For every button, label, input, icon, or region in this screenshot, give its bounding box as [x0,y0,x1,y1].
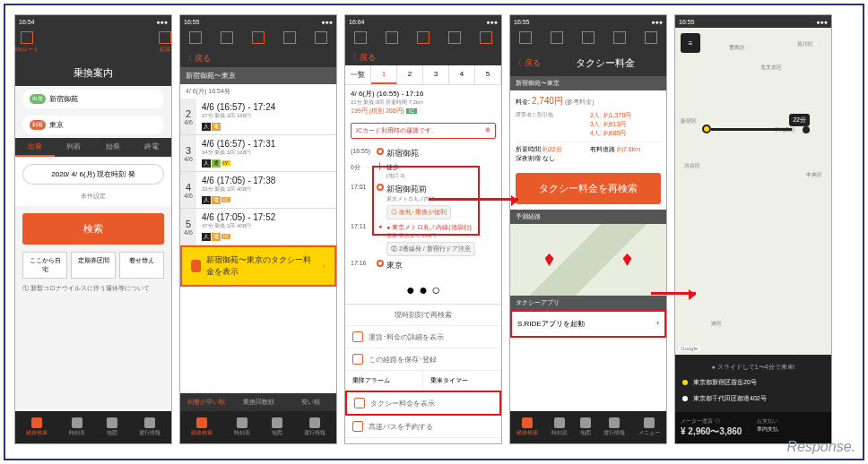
route-map[interactable] [510,224,666,296]
route-crumb: 新宿御苑〜東京 [510,76,666,90]
nav-route[interactable]: 経路検索 [26,417,48,437]
back-button[interactable]: 〈 戻る [345,52,379,64]
breadcrumb: 新宿御苑〜東京 [180,67,336,84]
sheet-alarm[interactable]: 乗降アラーム [345,371,423,391]
ic-warning[interactable]: ICカード利用時の運賃です。⊕ [351,123,496,139]
dest-pin [623,253,632,266]
result-row-2[interactable]: 24/6 4/6 (16:57) - 17:2427分 乗換:1回 168円人電 [180,99,336,135]
eta-badge: 22分 [789,114,810,126]
screen-taxi-fare: 16:55●●● 〈 戻るタクシー料金 新宿御苑〜東京 料金: 2,740円 (… [509,14,667,444]
icon4[interactable] [315,31,327,44]
fare-block[interactable]: メーター運賃 ⓘ ¥ 2,960〜3,860 [681,417,750,438]
icon3[interactable] [283,31,296,44]
header: 乗換案内 [15,59,171,86]
theme-button[interactable]: 着せ替え [119,252,164,279]
nav-status[interactable]: 運行情報 [139,417,161,437]
myroute-icon[interactable] [21,31,33,44]
search-button[interactable]: 検索 [22,213,164,245]
watermark: Response. [787,439,856,455]
screen-search: 16:54●●● Myルート 拡張 乗換案内 出発新宿御苑 到着東京 出発 到着… [14,14,172,444]
to-input[interactable]: 到着東京 [22,116,164,134]
result-row-4[interactable]: 44/6 4/6 (17:05) - 17:3833分 乗換:1回 408円人電… [180,172,336,209]
flow-arrow-1 [429,198,518,201]
tab-last[interactable]: 終電 [133,138,172,157]
tab-arrive[interactable]: 到着 [55,138,94,157]
camera-icon[interactable] [417,31,430,44]
covid-notice[interactable]: ① 新型コロナウイルスに伴う運休等について [22,284,164,293]
taxi-icon [191,260,201,272]
page-title: 乗換案内 [15,66,171,80]
tab-first[interactable]: 始発 [93,138,133,157]
recalc-button[interactable]: タクシー料金を再検索 [516,173,661,204]
screen-detail: 16:64●●● 〈 戻る 一覧 1 2 3 4 5 4/ 6(月) (16:5… [344,14,502,444]
time-tabs: 出発 到着 始発 終電 [15,138,171,157]
origin-marker [702,125,711,133]
sheet-timer[interactable]: 乗車タイマー [423,371,501,391]
date-select[interactable]: 2020/ 4/ 6(月) 現在時刻 発 [22,164,164,185]
origin-pin [545,253,554,266]
page-dots: ● ● ○ [345,277,501,304]
icon1[interactable] [189,31,202,44]
pickup-row[interactable]: 東京都新宿区霞岳20号 [681,374,826,391]
action-sheet: 現時刻刻で再検索 運賃･料金の詳細を表示 この経路を保存･登録 乗降アラーム 乗… [345,304,501,438]
ride-sheet: ● スライドして1〜4分で来車! 東京都新宿区霞岳20号 東京都千代田区都道40… [675,355,831,412]
highlight-box [372,166,480,236]
taxi-fare-banner[interactable]: 新宿御苑〜東京のタクシー料金を表示 › [180,245,336,287]
pay-block[interactable]: お支払い 車内支払 [757,417,826,438]
tab-depart[interactable]: 出発 [15,138,55,157]
from-input[interactable]: 出発新宿御苑 [22,90,164,108]
sort-tabs: 到着が早い順 乗換回数順 安い順 [180,393,336,411]
sort-fastest[interactable]: 到着が早い順 [180,393,232,411]
home-button[interactable]: ここから自宅 [22,252,67,279]
slide-hint[interactable]: ● スライドして1〜4分で来車! [681,360,826,374]
top-icon-row: Myルート 拡張 [15,28,171,59]
page-title: タクシー料金 [544,56,666,70]
sort-cheapest[interactable]: 安い順 [284,393,336,411]
result-row-3[interactable]: 34/6 4/6 (16:57) - 17:3134分 乗換:1回 168円人通… [180,135,336,172]
conditions-link[interactable]: 条件設定 [15,192,171,201]
route-tabs: 一覧 1 2 3 4 5 [345,65,501,85]
status-bar: 16:54●●● [15,15,171,28]
ride-map[interactable]: ≡ 豊島区 荒川区 北文京区 新宿区 千代田区 渋谷区 中央区 港区 Googl… [675,28,831,355]
ext-icon[interactable] [159,31,171,44]
result-row-5[interactable]: 54/6 4/6 (17:05) - 17:5247分 乗換:1回 408円人電… [180,209,336,245]
app-flow-frame: 16:54●●● Myルート 拡張 乗換案内 出発新宿御苑 到着東京 出発 到着… [4,4,864,460]
sheet-fare-detail[interactable]: 運賃･料金の詳細を表示 [345,326,501,348]
back-button[interactable]: 〈 戻る [510,57,544,69]
sort-transfers[interactable]: 乗換回数順 [232,393,284,411]
nav-map[interactable]: 地図 [107,417,117,437]
screen-results: 16:55●●● 〈 戻る 新宿御苑〜東京 4/ 6(月) 16:54発 24/… [179,14,337,444]
sheet-research[interactable]: 現時刻刻で再検索 [345,305,501,326]
camera-icon[interactable] [252,31,265,44]
menu-button[interactable]: ≡ [681,33,700,53]
sride-launch[interactable]: S.RIDEアプリを起動› [510,310,666,338]
flow-arrow-2 [651,292,696,295]
sheet-bus[interactable]: 高速バスを予約する [345,416,501,438]
dest-marker [803,126,810,133]
bottom-nav: 経路検索 時刻表 地図 運行情報 [15,411,171,443]
pass-button[interactable]: 定期券区間 [71,252,116,279]
sheet-taxi[interactable]: タクシー料金を表示 [345,391,501,416]
dropoff-row[interactable]: 東京都千代田区都道402号 [681,391,826,407]
back-button[interactable]: 〈 戻る [180,53,214,64]
screen-sride: 16:55●●● ≡ 豊島区 荒川区 北文京区 新宿区 千代田区 渋谷区 中央区… [674,14,832,444]
icon2[interactable] [221,31,233,44]
sheet-save[interactable]: この経路を保存･登録 [345,348,501,371]
nav-timetable[interactable]: 時刻表 [69,417,85,437]
